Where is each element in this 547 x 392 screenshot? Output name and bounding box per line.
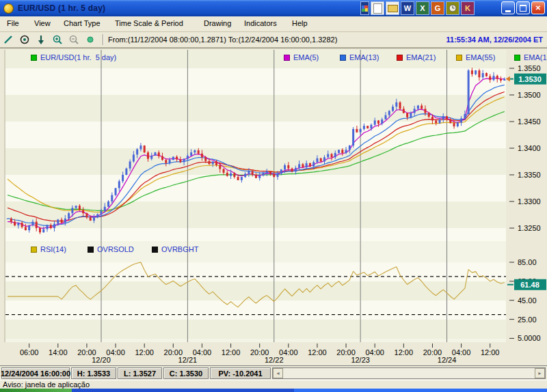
menu-item-indicators[interactable]: Indicators [244,19,277,27]
x-axis-date-label: 12/22 [265,356,284,364]
x-axis-time-label: 12:00 [222,348,241,356]
horizontal-scrollbar[interactable]: ◄ ► [272,367,546,379]
os-taskbar-sliver [0,389,547,392]
axis-tick-label: 5.0000 [518,334,541,342]
title-bar[interactable]: EUR/USD (1 hr. 5 day) WXGK ✕ [0,0,547,16]
x-axis-time-label: 06:00 [20,348,39,356]
status-high: H: 1.3533 [71,367,116,379]
scroll-right-arrow-icon[interactable]: ► [535,368,545,378]
status-bar-datetime: 12/24/2004 16:00:00 [1,367,70,379]
legend-label: EUR/USD(1 hr. 5 day) [40,53,116,61]
chart-canvas[interactable]: 1.35501.35001.34501.34001.33501.33001.32… [0,48,547,366]
legend-label: EMA(55) [466,53,495,61]
legend-swatch-icon [340,55,346,61]
menu-item-help[interactable]: Help [292,19,308,27]
legend-label: EMA(21) [406,53,436,61]
status-pv: PV: -10.2041 [210,367,271,379]
application-status-message-bar: Aviso: janela de aplicação [0,380,547,389]
arrow-down-tool-icon[interactable] [33,33,49,46]
legend-swatch-icon [88,247,94,253]
rsi-legend-item: RSI(14) [31,245,66,253]
x-axis-time-label: 12:00 [395,348,414,356]
window-controls: ✕ [500,1,545,14]
legend-swatch-icon [152,247,158,253]
zoom-in-tool-icon[interactable] [49,33,66,46]
status-message: Aviso: janela de aplicação [3,380,90,389]
axis-tick-label: 1.3450 [518,117,541,126]
application-window: EUR/USD (1 hr. 5 day) WXGK ✕ FileViewCha… [0,0,547,392]
titlebar-shortcut-icons: WXGK [360,1,476,16]
clock-icon[interactable] [446,1,459,15]
legend-label: EMA(13) [349,53,379,61]
open-folder-icon[interactable] [386,1,399,15]
legend-swatch-icon [397,55,403,61]
axis-tick-label: 1.3250 [518,224,541,232]
axis-tick-label: 85.00 [518,258,537,266]
x-axis-time-label: 12:00 [135,348,154,356]
legend-label: RSI(14) [40,245,66,253]
x-axis-date-label: 12/24 [438,356,457,364]
current-value-tag: 1.3530 [518,75,542,83]
schedule-icon[interactable]: G [431,1,444,15]
x-axis-date-label: 12/23 [351,356,370,364]
x-axis-time-label: 12:00 [481,348,500,356]
taskbar-rest-sliver [294,389,547,392]
key-icon[interactable]: K [461,1,475,15]
app-logo-icon [3,3,14,14]
legend-swatch-icon [31,55,37,61]
price-legend-item: EMA(100) [514,53,547,61]
axis-tick-label: 1.3400 [518,144,541,152]
trendline-tool-icon[interactable] [0,33,16,46]
word-icon[interactable]: W [401,1,414,15]
x-axis-time-label: 12:00 [308,348,327,356]
rsi-legend: RSI(14)OVRSOLDOVRBGHT [0,245,547,253]
menu-item-view[interactable]: View [34,19,51,27]
zoom-out-tool-icon[interactable] [66,33,82,46]
menu-bar: FileViewChart TypeTime Scale & PeriodDra… [0,16,547,32]
toolbar: From:(11/12/2004 08:00:00,1.2871) To:(12… [0,32,547,48]
point-marker-tool-icon[interactable] [82,33,98,46]
menu-item-drawing[interactable]: Drawing [204,19,231,27]
taskbar-app-button-sliver[interactable] [72,389,294,392]
x-axis-date-label: 12/21 [178,356,198,364]
current-value-tag: 61.48 [520,281,539,289]
legend-label: EMA(100) [524,53,547,61]
new-note-icon[interactable] [371,1,384,15]
rsi-legend-item: OVRBGHT [152,245,198,253]
rsi-legend-item: OVRSOLD [88,245,134,253]
legend-swatch-icon [31,247,37,253]
status-low: L: 1.3527 [118,367,162,379]
scroll-left-arrow-icon[interactable]: ◄ [273,368,283,378]
restore-button[interactable] [516,1,530,14]
excel-icon[interactable]: X [416,1,429,15]
axis-tick-label: 1.3350 [518,171,541,179]
crosshair-tool-icon[interactable] [16,33,33,46]
chart-range-text: From:(11/12/2004 08:00:00,1.2871) To:(12… [108,36,337,44]
axis-tick-label: 1.3550 [518,64,541,72]
menu-item-time-scale-period[interactable]: Time Scale & Period [115,19,183,27]
close-button[interactable]: ✕ [531,1,545,14]
axis-tick-label: 25.00 [518,316,537,324]
axis-tick-label: 1.3500 [518,91,541,99]
menu-item-file[interactable]: File [7,19,19,27]
price-legend-item: EUR/USD(1 hr. 5 day) [31,53,116,61]
menu-item-chart-type[interactable]: Chart Type [64,19,101,27]
legend-swatch-icon [284,55,290,61]
legend-swatch-icon [456,55,462,61]
status-close: C: 1.3530 [163,367,209,379]
status-bar: PV: -10.2041C: 1.3530L: 1.3527H: 1.35331… [0,365,547,380]
chart-panel: 1.35501.35001.34501.34001.33501.33001.32… [0,48,547,366]
start-button-sliver[interactable] [0,389,72,392]
scrollbar-track[interactable] [283,368,535,378]
legend-label: EMA(5) [293,53,319,61]
x-axis-date-label: 12/20 [92,356,111,364]
window-title: EUR/USD (1 hr. 5 day) [18,3,105,13]
price-legend-item: EMA(21) [397,53,436,61]
office-grid-icon[interactable] [360,1,369,15]
price-legend-item: EMA(55) [456,53,495,61]
price-legend-item: EMA(13) [340,53,379,61]
toolbar-separator [103,34,104,45]
price-legend-item: EMA(5) [284,53,319,61]
legend-label: OVRSOLD [97,245,134,253]
minimize-button[interactable] [501,1,515,14]
